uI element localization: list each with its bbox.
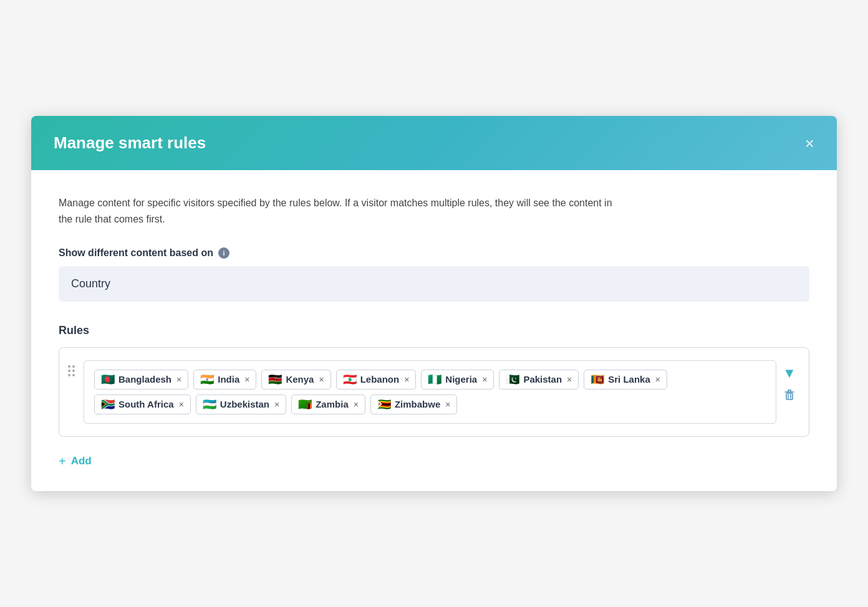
tag-name: India: [218, 374, 239, 385]
close-button[interactable]: ×: [805, 135, 814, 151]
tag-flag-icon: 🇰🇪: [268, 374, 282, 385]
manage-smart-rules-modal: Manage smart rules × Manage content for …: [31, 116, 837, 490]
tag: 🇱🇧Lebanon×: [336, 370, 417, 390]
tag-name: Zimbabwe: [395, 399, 440, 409]
tag-flag-icon: 🇿🇲: [298, 399, 312, 410]
tag-remove-button[interactable]: ×: [655, 375, 660, 385]
tag-remove-button[interactable]: ×: [179, 399, 184, 409]
tag: 🇧🇩Bangladesh×: [94, 370, 188, 390]
tag-flag-icon: 🇳🇬: [428, 374, 441, 385]
tag-flag-icon: 🇧🇩: [101, 374, 115, 385]
delete-rule-button[interactable]: [783, 388, 796, 404]
drag-handle[interactable]: [65, 360, 77, 381]
based-on-label-text: Show different content based on: [59, 247, 213, 259]
add-plus-icon: +: [59, 454, 66, 469]
tag-name: Zambia: [316, 399, 349, 409]
tag-name: Nigeria: [445, 374, 477, 385]
tag-flag-icon: 🇺🇿: [203, 399, 216, 410]
tag-name: South Africa: [118, 399, 174, 409]
tag-flag-icon: 🇵🇰: [506, 374, 519, 385]
tag-remove-button[interactable]: ×: [404, 375, 409, 385]
modal-title: Manage smart rules: [54, 133, 206, 153]
tag: 🇿🇦South Africa×: [94, 394, 191, 414]
tag: 🇺🇿Uzbekistan×: [196, 394, 286, 414]
tag-name: Kenya: [286, 374, 314, 385]
tags-area: 🇧🇩Bangladesh×🇮🇳India×🇰🇪Kenya×🇱🇧Lebanon×🇳…: [84, 360, 776, 424]
tag-flag-icon: 🇿🇦: [101, 399, 115, 410]
info-icon[interactable]: i: [218, 247, 229, 259]
tag-remove-button[interactable]: ×: [567, 375, 572, 385]
tag: 🇱🇰Sri Lanka×: [584, 370, 667, 390]
tag-flag-icon: 🇱🇧: [343, 374, 357, 385]
add-rule-button[interactable]: + Add: [59, 454, 92, 469]
tag-remove-button[interactable]: ×: [354, 399, 359, 409]
rules-label: Rules: [59, 324, 809, 337]
tag: 🇵🇰Pakistan×: [499, 370, 579, 390]
tag-remove-button[interactable]: ×: [319, 375, 324, 385]
tag: 🇮🇳India×: [193, 370, 256, 390]
based-on-section-label: Show different content based on i: [59, 247, 809, 259]
rule-row: 🇧🇩Bangladesh×🇮🇳India×🇰🇪Kenya×🇱🇧Lebanon×🇳…: [65, 360, 796, 424]
tag: 🇳🇬Nigeria×: [421, 370, 494, 390]
tag-name: Lebanon: [360, 374, 400, 385]
country-select[interactable]: Country: [59, 266, 809, 302]
tag-remove-button[interactable]: ×: [274, 399, 279, 409]
tag-name: Uzbekistan: [220, 399, 269, 409]
modal-body: Manage content for specific visitors spe…: [31, 170, 837, 490]
tag-name: Bangladesh: [118, 374, 171, 385]
chevron-down-icon[interactable]: ▼: [783, 365, 796, 381]
tag: 🇰🇪Kenya×: [261, 370, 330, 390]
description-text: Manage content for specific visitors spe…: [59, 195, 620, 227]
tag-flag-icon: 🇿🇼: [377, 399, 391, 410]
modal-header: Manage smart rules ×: [31, 116, 837, 170]
rules-container: 🇧🇩Bangladesh×🇮🇳India×🇰🇪Kenya×🇱🇧Lebanon×🇳…: [59, 347, 809, 437]
tag-name: Pakistan: [523, 374, 562, 385]
tag-remove-button[interactable]: ×: [482, 375, 487, 385]
tag-remove-button[interactable]: ×: [244, 375, 249, 385]
tag-flag-icon: 🇮🇳: [200, 374, 214, 385]
tag: 🇿🇲Zambia×: [291, 394, 365, 414]
tag: 🇿🇼Zimbabwe×: [370, 394, 458, 414]
tag-flag-icon: 🇱🇰: [591, 374, 604, 385]
tag-name: Sri Lanka: [608, 374, 650, 385]
tag-remove-button[interactable]: ×: [176, 375, 181, 385]
add-button-label: Add: [71, 455, 92, 467]
rule-actions: ▼: [783, 360, 796, 404]
tag-remove-button[interactable]: ×: [445, 399, 450, 409]
svg-rect-0: [786, 393, 793, 399]
